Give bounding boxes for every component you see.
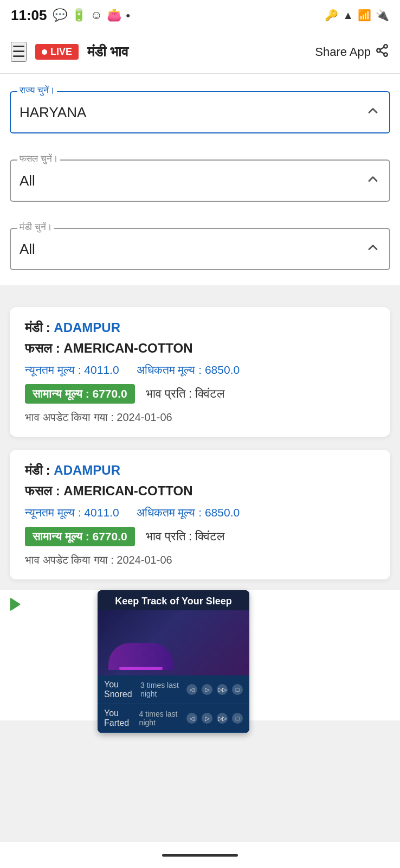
card-2-prices: न्यूनतम मूल्य : 4011.0 अधिकतम मूल्य : 68… <box>25 506 375 519</box>
card-2-mandi: मंडी : ADAMPUR <box>25 463 375 478</box>
crop-select-container: फसल चुनें। All <box>0 146 400 202</box>
crop-value-text: All <box>20 173 35 189</box>
app-title: मंडी भाव <box>87 43 306 60</box>
whatsapp-icon: 💬 <box>53 8 67 22</box>
crop-select-value[interactable]: All <box>11 161 389 201</box>
card-1-modal-badge: सामान्य मूल्य : 6770.0 <box>25 384 135 404</box>
cards-section: मंडी : ADAMPUR फसल : AMERICAN-COTTON न्य… <box>0 296 400 590</box>
dot-icon: ● <box>126 11 130 20</box>
crop-chevron-icon <box>365 171 380 190</box>
share-icon <box>375 43 389 61</box>
gap-2 <box>0 202 400 215</box>
status-right: 🔑 ▲ 📶 🔌 <box>325 9 389 22</box>
signal-icon: 📶 <box>358 9 371 22</box>
card-1-modal-price: सामान्य मूल्य : 6770.0 भाव प्रति : क्विं… <box>25 384 375 404</box>
live-label: LIVE <box>50 46 72 58</box>
live-dot-icon <box>42 49 47 55</box>
state-select-container: राज्य चुनें। HARYANA <box>0 74 400 133</box>
price-card-1: मंडी : ADAMPUR फसल : AMERICAN-COTTON न्य… <box>10 307 390 437</box>
share-app-button[interactable]: Share App <box>315 43 389 61</box>
card-1-crop-label: फसल : <box>25 341 63 355</box>
wifi-icon: ▲ <box>343 9 353 22</box>
nav-indicator <box>162 854 238 857</box>
status-bar: 11:05 💬 🔋 ☺ 👛 ● 🔑 ▲ 📶 🔌 <box>0 0 400 30</box>
state-select-label: राज्य चुनें। <box>17 85 57 96</box>
main-content: राज्य चुनें। HARYANA फसल चुनें। All <box>0 74 400 720</box>
nav-bar <box>0 842 400 868</box>
ad-row-1: You Snored 3 times last night ◁ ▷ ▷▷ □ <box>98 675 249 704</box>
ad-row-2-sub: 4 times last night <box>139 710 186 727</box>
svg-line-4 <box>380 47 384 49</box>
card-2-min-price: न्यूनतम मूल्य : 4011.0 <box>25 506 119 519</box>
ad-ctrl-stop[interactable]: □ <box>232 684 243 695</box>
ad-ctrl-2-prev[interactable]: ◁ <box>186 713 197 724</box>
card-1-prices: न्यूनतम मूल्य : 4011.0 अधिकतम मूल्य : 68… <box>25 363 375 376</box>
status-time: 11:05 <box>11 7 47 24</box>
gap-1 <box>0 133 400 146</box>
card-2-updated: भाव अपडेट किया गया : 2024-01-06 <box>25 554 375 566</box>
card-2-price-per: भाव प्रति : क्विंटल <box>146 529 224 544</box>
price-card-2: मंडी : ADAMPUR फसल : AMERICAN-COTTON न्य… <box>10 450 390 579</box>
ad-row-2-label: You Farted <box>104 709 139 728</box>
ad-ctrl-2-next[interactable]: ▷▷ <box>217 713 228 724</box>
card-2-modal-badge: सामान्य मूल्य : 6770.0 <box>25 527 135 546</box>
mandi-select-value[interactable]: All <box>11 229 389 269</box>
mandi-select-wrapper[interactable]: मंडी चुनें। All <box>10 228 390 270</box>
ad-ctrl-prev[interactable]: ◁ <box>186 684 197 695</box>
status-left: 11:05 💬 🔋 ☺ 👛 ● <box>11 7 130 24</box>
card-2-crop-label: फसल : <box>25 483 63 498</box>
state-value-text: HARYANA <box>20 104 86 121</box>
ad-row-2-controls: ◁ ▷ ▷▷ □ <box>186 713 243 724</box>
svg-marker-5 <box>11 599 20 610</box>
mandi-select-container: मंडी चुनें। All <box>0 215 400 285</box>
wallet-icon: 👛 <box>107 8 121 22</box>
key-icon: 🔑 <box>325 9 338 22</box>
ad-row-1-controls: ◁ ▷ ▷▷ □ <box>186 684 243 695</box>
ad-ctrl-2-play[interactable]: ▷ <box>202 713 212 724</box>
crop-select-label: फसल चुनें। <box>17 154 60 164</box>
ad-ctrl-next[interactable]: ▷▷ <box>217 684 228 695</box>
card-1-price-per: भाव प्रति : क्विंटल <box>146 387 224 401</box>
card-1-mandi-name: ADAMPUR <box>54 320 120 335</box>
card-2-modal-price: सामान्य मूल्य : 6770.0 भाव प्रति : क्विं… <box>25 527 375 546</box>
state-select-wrapper[interactable]: राज्य चुनें। HARYANA <box>10 91 390 133</box>
live-badge: LIVE <box>35 44 79 60</box>
card-2-crop: फसल : AMERICAN-COTTON <box>25 483 375 499</box>
battery-charging-icon: 🔋 <box>72 8 86 22</box>
card-2-max-price: अधिकतम मूल्य : 6850.0 <box>137 506 240 519</box>
state-chevron-icon <box>365 103 380 122</box>
crop-select-wrapper[interactable]: फसल चुनें। All <box>10 159 390 202</box>
state-select-value[interactable]: HARYANA <box>11 92 389 132</box>
smiley-icon: ☺ <box>91 8 102 22</box>
ad-ctrl-play[interactable]: ▷ <box>202 684 212 695</box>
share-app-label: Share App <box>315 45 371 59</box>
ad-row-2: You Farted 4 times last night ◁ ▷ ▷▷ □ <box>98 704 249 733</box>
app-bar: ☰ LIVE मंडी भाव Share App <box>0 30 400 74</box>
ad-row-1-sub: 3 times last night <box>140 681 186 698</box>
mandi-value-text: All <box>20 241 35 258</box>
status-icons: 💬 🔋 ☺ 👛 ● <box>53 8 131 22</box>
card-1-max-price: अधिकतम मूल्य : 6850.0 <box>137 363 240 376</box>
card-1-min-price: न्यूनतम मूल्य : 4011.0 <box>25 363 119 376</box>
hamburger-menu-button[interactable]: ☰ <box>11 42 27 62</box>
card-2-mandi-label: मंडी : <box>25 463 54 477</box>
ad-row-1-label: You Snored <box>104 680 140 699</box>
ad-image <box>98 610 249 675</box>
ad-section: Keep Track of Your Sleep You Snored 3 ti… <box>0 590 400 720</box>
card-1-crop: फसल : AMERICAN-COTTON <box>25 341 375 356</box>
card-2-crop-name: AMERICAN-COTTON <box>63 483 192 498</box>
svg-line-3 <box>380 51 384 53</box>
mandi-chevron-icon <box>365 240 380 258</box>
battery-icon: 🔌 <box>376 9 389 22</box>
card-2-mandi-name: ADAMPUR <box>54 463 120 477</box>
card-1-updated: भाव अपडेट किया गया : 2024-01-06 <box>25 411 375 424</box>
ad-title: Keep Track of Your Sleep <box>98 590 249 610</box>
card-1-mandi: मंडी : ADAMPUR <box>25 320 375 335</box>
card-1-mandi-label: मंडी : <box>25 320 54 335</box>
ad-ctrl-2-stop[interactable]: □ <box>232 713 243 724</box>
mandi-select-label: मंडी चुनें। <box>17 222 54 233</box>
ad-card: Keep Track of Your Sleep You Snored 3 ti… <box>98 590 249 733</box>
outer-gap <box>0 285 400 296</box>
card-1-crop-name: AMERICAN-COTTON <box>63 341 192 355</box>
ad-play-icon <box>8 597 23 616</box>
